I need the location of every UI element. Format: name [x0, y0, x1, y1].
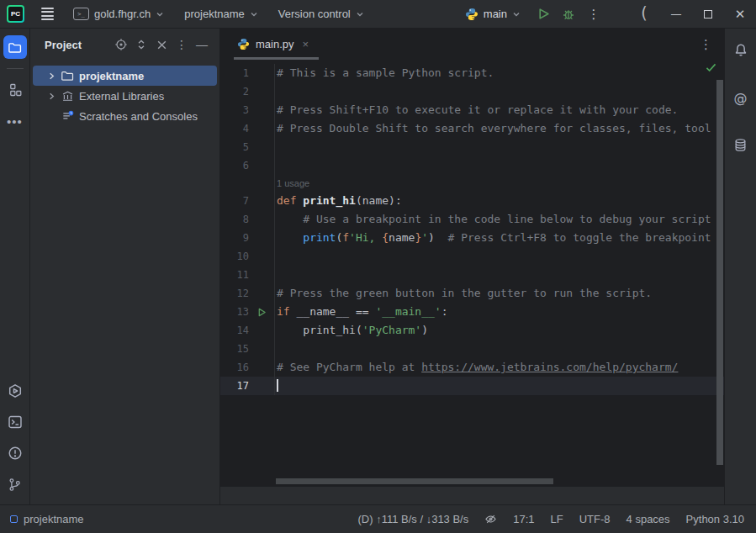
gutter[interactable] [249, 377, 275, 395]
project-dropdown[interactable]: projektname [177, 4, 265, 24]
gutter[interactable] [249, 210, 275, 229]
notifications-button[interactable] [729, 39, 753, 62]
gutter[interactable] [249, 156, 275, 175]
panel-options-button[interactable]: ⋮ [172, 35, 191, 54]
code-line[interactable]: 7def print_hi(name): [220, 192, 724, 210]
services-tool-button[interactable] [3, 379, 27, 403]
tree-item-projektname[interactable]: projektname [33, 66, 217, 86]
gutter[interactable] [249, 284, 275, 303]
code-line[interactable]: 17 [220, 377, 724, 395]
line-ending-widget[interactable]: LF [551, 513, 563, 525]
terminal-tool-button[interactable] [3, 410, 27, 434]
horizontal-scrollbar[interactable] [276, 478, 553, 484]
hide-panel-button[interactable]: — [193, 35, 211, 54]
code-line[interactable]: 8 # Use a breakpoint in the code line be… [220, 210, 724, 229]
locate-file-button[interactable] [112, 35, 130, 54]
library-icon [60, 88, 75, 103]
tab-label: main.py [256, 38, 294, 50]
window-crescent-button[interactable]: ( [628, 0, 660, 28]
tab-close-icon[interactable]: × [303, 38, 309, 50]
code-line[interactable]: 5 [220, 138, 724, 156]
tree-item-scratches[interactable]: Scratches and Consoles [33, 106, 217, 126]
collapse-icon [156, 40, 167, 50]
code-line[interactable]: 15 [220, 340, 724, 358]
gutter[interactable] [249, 64, 275, 82]
more-actions-button[interactable]: ⋮ [581, 3, 606, 26]
code-line[interactable]: 6 [220, 156, 724, 175]
vertical-scrollbar[interactable] [716, 80, 723, 465]
gutter[interactable] [249, 358, 275, 377]
code-line[interactable]: 14 print_hi('PyCharm') [220, 321, 724, 340]
collapse-all-button[interactable] [152, 35, 171, 54]
line-number: 15 [220, 340, 249, 358]
caret-position-widget[interactable]: 17:1 [513, 513, 534, 525]
indent-widget[interactable]: 4 spaces [626, 513, 670, 525]
project-tree: projektname External Libraries [30, 61, 219, 126]
code-line[interactable]: 11 [220, 266, 724, 284]
line-number: 9 [220, 229, 249, 247]
usage-inlay-hint[interactable]: 1 usage [277, 175, 309, 192]
tab-main-py[interactable]: main.py × [232, 29, 314, 60]
code-line[interactable]: 16# See PyCharm help at https://www.jetb… [220, 358, 724, 377]
gutter[interactable] [249, 247, 275, 266]
kebab-menu-icon: ⋮ [588, 7, 600, 22]
inspections-ok-icon[interactable] [706, 63, 716, 72]
project-tool-button[interactable] [3, 35, 27, 59]
more-tool-windows-button[interactable]: ••• [3, 109, 27, 133]
code-line[interactable]: 3# Press Shift+F10 to execute it or repl… [220, 101, 724, 119]
problems-tool-button[interactable] [3, 441, 27, 465]
code-line[interactable]: 1# This is a sample Python script. [220, 64, 724, 82]
maximize-button[interactable] [692, 0, 724, 28]
network-speed-widget[interactable]: (D) ↑111 B/s / ↓313 B/s [358, 513, 469, 525]
editor-options-button[interactable]: ⋮ [700, 37, 724, 52]
main-menu-button[interactable] [34, 3, 60, 25]
status-project-widget[interactable]: projektname [10, 513, 84, 525]
tree-item-external-libraries[interactable]: External Libraries [33, 86, 217, 106]
gutter[interactable] [249, 101, 275, 119]
gutter[interactable] [249, 266, 275, 284]
minimize-button[interactable]: — [660, 0, 692, 28]
code-editor[interactable]: 1# This is a sample Python script.23# Pr… [220, 60, 724, 486]
structure-tool-button[interactable] [3, 78, 27, 102]
tree-item-label: External Libraries [79, 90, 164, 103]
code-line[interactable]: 9 print(f'Hi, {name}') # Press Ctrl+F8 t… [220, 229, 724, 247]
ai-assistant-button[interactable]: @ [729, 86, 753, 109]
code-line[interactable]: 13if __name__ == '__main__': [220, 303, 724, 321]
code-line[interactable]: 4# Press Double Shift to search everywhe… [220, 119, 724, 138]
close-button[interactable]: ✕ [724, 0, 756, 28]
gutter[interactable] [249, 82, 275, 101]
vcs-label: Version control [278, 8, 351, 20]
gutter[interactable] [249, 138, 275, 156]
gutter[interactable] [249, 303, 275, 321]
pycharm-logo-icon: PC [7, 5, 24, 23]
project-panel: Project ⋮ — [30, 29, 220, 504]
run-button[interactable] [531, 3, 556, 26]
chevron-right-icon[interactable] [45, 69, 58, 82]
run-configuration-dropdown[interactable]: main [460, 5, 526, 24]
gutter[interactable] [249, 340, 275, 358]
gutter[interactable] [249, 229, 275, 247]
inlay-hint-row: 1 usage [220, 175, 724, 192]
chevron-down-icon [356, 10, 364, 18]
encoding-widget[interactable]: UTF-8 [579, 513, 611, 525]
code-line[interactable]: 12# Press the green button in the gutter… [220, 284, 724, 303]
run-line-icon[interactable] [257, 308, 267, 317]
chevron-right-icon[interactable] [45, 89, 58, 103]
expand-all-button[interactable] [132, 35, 151, 54]
gutter[interactable] [249, 119, 275, 138]
line-number: 14 [220, 321, 249, 340]
code-line[interactable]: 2 [220, 82, 724, 101]
git-tool-button[interactable] [3, 472, 27, 496]
database-button[interactable] [729, 133, 753, 156]
vcs-dropdown[interactable]: Version control [272, 4, 371, 24]
line-number: 8 [220, 210, 249, 229]
gutter[interactable] [249, 321, 275, 340]
interpreter-widget[interactable]: Python 3.10 [686, 513, 744, 525]
remote-host-dropdown[interactable]: >_ gold.fhgr.ch [66, 4, 171, 24]
highlighting-widget[interactable] [484, 513, 497, 525]
gutter[interactable] [249, 192, 275, 210]
debug-button[interactable] [556, 3, 581, 26]
structure-icon [8, 83, 22, 97]
code-line[interactable]: 10 [220, 247, 724, 266]
services-icon [8, 383, 23, 398]
